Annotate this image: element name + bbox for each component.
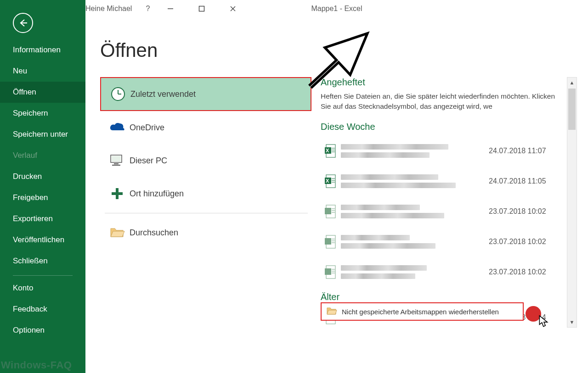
main-panel: Öffnen Zuletzt verwendet OneDrive Dieser [85, 17, 588, 373]
excel-file-icon: X [321, 144, 340, 158]
svg-rect-9 [112, 156, 121, 161]
sidebar-item-freigeben[interactable]: Freigeben [0, 187, 85, 208]
file-date: 23.07.2018 10:02 [484, 238, 562, 246]
location-label: Durchsuchen [130, 228, 178, 238]
file-row[interactable]: 23.07.2018 10:02 [321, 257, 562, 287]
file-name-redacted [341, 141, 484, 161]
svg-rect-13 [112, 192, 123, 195]
svg-rect-37 [325, 268, 331, 275]
excel-file-icon [321, 234, 340, 249]
sidebar-item-schliessen[interactable]: Schließen [0, 251, 85, 272]
sidebar-item-optionen[interactable]: Optionen [0, 320, 85, 341]
file-name-redacted [341, 232, 484, 251]
svg-rect-27 [325, 208, 331, 214]
close-button[interactable] [222, 2, 243, 16]
sidebar-item-drucken[interactable]: Drucken [0, 166, 85, 187]
location-browse[interactable]: Durchsuchen [100, 216, 311, 249]
file-date: 24.07.2018 11:07 [484, 147, 562, 155]
recent-files-panel: ▲ ▼ Angeheftet Heften Sie Dateien an, di… [321, 77, 579, 329]
help-icon[interactable]: ? [146, 5, 150, 13]
sidebar: Informationen Neu Öffnen Speichern Speic… [0, 0, 85, 373]
section-pinned-text: Heften Sie Dateien an, die Sie später le… [321, 91, 562, 111]
file-name-redacted [341, 202, 484, 221]
file-date: 23.07.2018 10:02 [484, 268, 562, 276]
title-bar: Mappe1 - Excel Heine Michael ? [85, 0, 588, 17]
svg-rect-10 [114, 163, 119, 164]
sidebar-item-informationen[interactable]: Informationen [0, 39, 85, 61]
sidebar-separator [13, 275, 73, 276]
scroll-up-icon[interactable]: ▲ [567, 78, 577, 88]
locations-list: Zuletzt verwendet OneDrive Dieser PC Ort… [100, 77, 311, 329]
folder-icon [326, 306, 337, 317]
location-recent[interactable]: Zuletzt verwendet [100, 77, 311, 111]
plus-icon [105, 187, 130, 200]
location-label: OneDrive [130, 123, 164, 133]
sidebar-item-exportieren[interactable]: Exportieren [0, 208, 85, 229]
excel-file-icon: X [321, 174, 340, 189]
sidebar-item-speichern-unter[interactable]: Speichern unter [0, 124, 85, 145]
svg-text:X: X [326, 148, 329, 153]
page-title: Öffnen [100, 39, 579, 61]
minimize-button[interactable] [160, 2, 181, 16]
scroll-thumb[interactable] [568, 89, 576, 130]
file-row[interactable]: X 24.07.2018 11:05 [321, 166, 562, 196]
clock-icon [106, 86, 130, 102]
svg-rect-32 [325, 238, 331, 245]
location-separator [105, 213, 308, 213]
back-button[interactable] [13, 13, 33, 33]
sidebar-item-speichern[interactable]: Speichern [0, 103, 85, 124]
section-older-heading: Älter [321, 292, 562, 302]
section-pinned-heading: Angeheftet [321, 77, 562, 88]
folder-icon [105, 226, 130, 239]
scrollbar[interactable]: ▲ ▼ [567, 77, 577, 328]
location-label: Zuletzt verwendet [130, 89, 196, 99]
file-date: 23.07.2018 10:02 [484, 207, 562, 216]
sidebar-item-konto[interactable]: Konto [0, 278, 85, 299]
file-name-redacted [341, 262, 484, 282]
file-row[interactable]: 23.07.2018 10:02 [321, 196, 562, 227]
sidebar-item-feedback[interactable]: Feedback [0, 299, 85, 320]
svg-rect-11 [112, 165, 120, 166]
annotation-click-marker [526, 306, 541, 322]
svg-rect-1 [199, 6, 204, 11]
user-name[interactable]: Heine Michael [85, 5, 132, 13]
location-this-pc[interactable]: Dieser PC [100, 144, 311, 177]
svg-text:X: X [326, 178, 329, 184]
recover-label: Nicht gespeicherte Arbeitsmappen wiederh… [342, 308, 499, 316]
location-label: Ort hinzufügen [130, 189, 184, 199]
excel-file-icon [321, 265, 340, 279]
file-row[interactable]: 23.07.2018 10:02 [321, 227, 562, 257]
sidebar-item-verlauf: Verlauf [0, 145, 85, 166]
computer-icon [105, 154, 130, 167]
scroll-down-icon[interactable]: ▼ [567, 317, 577, 327]
file-date: 24.07.2018 11:05 [484, 177, 562, 185]
file-row[interactable]: X 24.07.2018 11:07 [321, 136, 562, 166]
location-onedrive[interactable]: OneDrive [100, 111, 311, 144]
sidebar-item-neu[interactable]: Neu [0, 61, 85, 82]
onedrive-icon [105, 121, 130, 134]
file-name-redacted [341, 172, 484, 191]
recover-unsaved-button[interactable]: Nicht gespeicherte Arbeitsmappen wiederh… [321, 302, 524, 321]
sidebar-item-veroeffentlichen[interactable]: Veröffentlichen [0, 229, 85, 251]
location-label: Dieser PC [130, 156, 167, 166]
maximize-button[interactable] [191, 2, 212, 16]
sidebar-item-oeffnen[interactable]: Öffnen [0, 82, 85, 103]
location-add-place[interactable]: Ort hinzufügen [100, 177, 311, 210]
section-week-heading: Diese Woche [321, 122, 562, 132]
excel-file-icon [321, 204, 340, 219]
